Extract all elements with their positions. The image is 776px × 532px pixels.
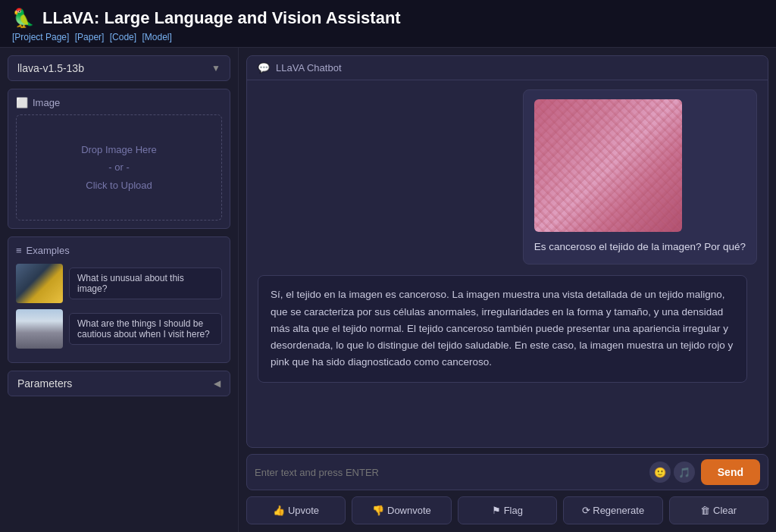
title-text: LLaVA: Large Language and Vision Assista… [42,8,401,28]
examples-label: Examples [27,245,70,256]
header: 🦜 LLaVA: Large Language and Vision Assis… [0,0,776,48]
chatbot-header: 💬 LLaVA Chatbot [247,56,768,80]
chat-input[interactable] [255,467,643,478]
chatbot-section: 💬 LLaVA Chatbot Es canceroso el tejido d… [246,55,768,448]
paper-link[interactable]: [Paper] [75,32,105,42]
dropdown-arrow-icon: ▼ [211,63,221,74]
flag-button[interactable]: ⚑ Flag [458,496,557,524]
example-thumb-2 [16,309,63,349]
chatbot-icon: 💬 [258,62,270,74]
action-buttons-row: 👍 Upvote 👎 Downvote ⚑ Flag ⟳ Regenerate … [246,496,768,524]
model-selector[interactable]: llava-v1.5-13b llava-v1.5-7b ▼ [8,55,230,81]
dropzone-text-1: Drop Image Here [81,141,157,158]
input-icons: 🙂 🎵 [649,462,695,483]
examples-icon: ≡ [16,245,22,256]
right-panel: 💬 LLaVA Chatbot Es canceroso el tejido d… [239,48,776,532]
regenerate-button[interactable]: ⟳ Regenerate [563,496,662,524]
parameters-chevron-icon: ◀ [214,378,221,389]
model-link[interactable]: [Model] [142,32,171,42]
main-content: llava-v1.5-13b llava-v1.5-7b ▼ ⬜ Image D… [0,48,776,532]
assistant-message: Sí, el tejido en la imagen es canceroso.… [258,275,747,382]
parameters-label: Parameters [17,377,72,390]
image-dropzone[interactable]: Drop Image Here - or - Click to Upload [16,114,222,221]
logo-icon: 🦜 [12,8,35,29]
example-label-1: What is unusual about this image? [69,268,222,299]
media-button[interactable]: 🎵 [674,462,695,483]
user-message: Es canceroso el tejido de la imagen? Por… [523,89,757,264]
parameters-section[interactable]: Parameters ◀ [8,371,230,396]
chatbot-title: LLaVA Chatbot [276,62,342,74]
tissue-pattern [534,99,682,232]
dropzone-or-text: - or - [108,158,129,176]
assistant-response-text: Sí, el tejido en la imagen es canceroso.… [271,289,733,368]
image-section-label: Image [33,97,60,108]
uploaded-image [534,99,682,232]
dropzone-text-2: Click to Upload [86,177,152,194]
example-thumb-1 [16,264,63,303]
downvote-button[interactable]: 👎 Downvote [352,496,451,524]
header-links: [Project Page] [Paper] [Code] [Model] [12,32,764,42]
upvote-button[interactable]: 👍 Upvote [246,496,346,524]
project-page-link[interactable]: [Project Page] [12,32,69,42]
image-icon: ⬜ [16,97,28,108]
chat-messages: Es canceroso el tejido de la imagen? Por… [247,80,768,447]
code-link[interactable]: [Code] [110,32,136,42]
example-item-2[interactable]: What are the things I should be cautious… [16,309,222,349]
emoji-button[interactable]: 🙂 [649,462,671,483]
left-panel: llava-v1.5-13b llava-v1.5-7b ▼ ⬜ Image D… [0,48,239,532]
user-question-text: Es canceroso el tejido de la imagen? Por… [534,239,746,255]
clear-button[interactable]: 🗑 Clear [669,496,768,524]
example-item-1[interactable]: What is unusual about this image? [16,264,222,303]
examples-section: ≡ Examples What is unusual about this im… [8,236,230,363]
image-section-header: ⬜ Image [16,97,222,108]
image-section: ⬜ Image Drop Image Here - or - Click to … [8,89,230,229]
model-dropdown[interactable]: llava-v1.5-13b llava-v1.5-7b [17,62,207,74]
examples-header: ≡ Examples [16,245,222,256]
app-title: 🦜 LLaVA: Large Language and Vision Assis… [12,8,764,29]
send-button[interactable]: Send [701,459,760,485]
example-label-2: What are the things I should be cautious… [69,313,222,345]
chat-input-row: 🙂 🎵 Send [246,454,768,490]
